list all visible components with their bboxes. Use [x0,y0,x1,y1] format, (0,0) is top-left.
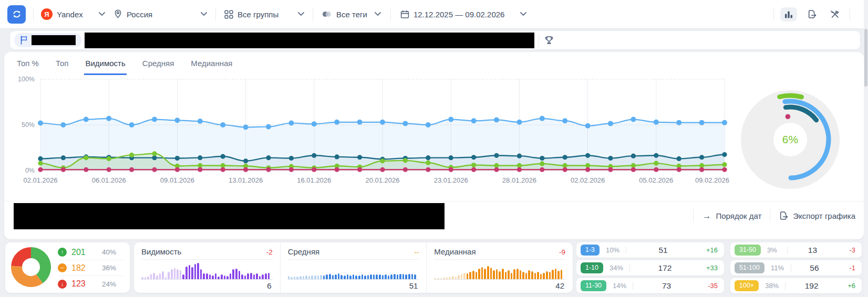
position-row-51-100[interactable]: 51-10011%56-1 [730,260,862,275]
mini-bar [288,276,290,279]
position-row-31-50[interactable]: 31-503%13-3 [730,242,862,258]
region-select[interactable]: Россия [113,9,207,19]
project-flag-pill[interactable] [14,33,81,47]
mini-bar [335,274,337,279]
mini-bar [525,273,528,279]
chevron-down-icon [298,12,304,16]
legend-row[interactable]: ↓12324% [58,276,125,292]
mini-bar [446,277,448,279]
legend-percent: 36% [102,264,116,272]
date-order-button[interactable]: → Порядок дат [702,211,761,220]
mini-bar [308,276,311,279]
position-delta: +16 [700,246,718,254]
groups-label: Все группы [237,10,278,19]
mini-bar [472,271,474,279]
mini-bar [332,275,334,279]
position-row-1-10[interactable]: 1-1034%172+33 [576,260,724,275]
competitors-button[interactable] [543,35,555,46]
mini-bar [516,269,519,279]
mini-bar [385,274,387,279]
mini-bar [296,277,298,279]
x-tick-label: 13.01.2026 [229,176,263,184]
chart-view-button[interactable] [780,7,797,22]
trophy-icon [543,35,555,46]
metric-divider [434,259,565,260]
calendar-icon [400,10,409,19]
refresh-icon [12,10,22,18]
metric-delta: -- [414,248,419,256]
mini-bar [165,277,167,279]
gauge-center-value: 6% [782,133,798,145]
groups-select[interactable]: Все группы [224,10,304,19]
mini-bar [340,275,343,279]
mini-bar [320,275,322,279]
mini-bar [338,273,340,279]
mini-bar [174,268,176,279]
position-count: 56 [791,263,838,273]
mini-bar [463,273,466,279]
x-tick-label: 23.01.2026 [434,176,468,184]
mini-bar [291,277,293,279]
position-row-1-3[interactable]: 1-310%51+16 [576,242,724,258]
mini-bar [493,270,495,279]
mini-bar [405,274,407,279]
export-file-icon [779,211,788,220]
export-report-button[interactable] [803,7,820,22]
position-row-100+[interactable]: 100+38%192+6 [730,278,862,293]
metric-baseline [434,279,565,280]
position-badge: 11-30 [581,280,606,291]
mini-bar [171,269,173,279]
date-range-select[interactable]: 12.12.2025 — 09.02.2026 [400,10,526,19]
mini-bar [443,278,445,279]
tab-топ[interactable]: Топ [55,52,69,75]
mini-bar [458,275,460,279]
position-delta: -35 [700,282,718,290]
legend-count: 182 [71,263,94,273]
metric-bars-median_bars [434,262,565,279]
mini-bar [244,275,246,279]
mini-bar [189,265,191,279]
arrow-right-icon: → [702,211,711,220]
tags-select[interactable]: Все теги [322,10,381,19]
x-tick-label: 28.01.2026 [502,176,536,184]
legend-row[interactable]: ↑20140% [58,245,125,260]
mini-bar [162,271,164,279]
date-range-label: 12.12.2025 — 09.02.2026 [414,10,504,19]
x-tick-label: 09.02.2026 [695,176,729,184]
mini-bar [150,274,152,279]
metric-title: Видимость [141,247,181,256]
metric-медианная: Медианная-942 [426,242,573,293]
tab-топ-[interactable]: Топ % [16,52,40,75]
legend-count: 123 [71,279,94,289]
refresh-button[interactable] [7,5,26,24]
mini-bar [476,272,478,279]
mini-bar [546,271,548,280]
mini-bar [394,274,396,279]
visibility-chart-card: Топ %ТопВидимостьСредняяМедианная 02.01.… [4,52,864,239]
scrollbar-thumb[interactable] [864,29,867,87]
mini-bar [540,274,542,279]
mini-bar [194,264,197,279]
metric-divider [288,259,419,260]
metric-value: 51 [288,281,419,290]
search-engine-select[interactable]: Я Yandex [41,8,105,20]
chart-footer-controls: → Порядок дат Экспорт графика [693,204,855,227]
export-chart-button[interactable]: Экспорт графика [779,211,855,220]
mini-bar [402,274,405,279]
position-badge: 51-100 [735,262,764,273]
tab-средняя[interactable]: Средняя [141,52,175,75]
export-chart-label: Экспорт графика [793,211,855,220]
mini-bar [329,274,331,279]
tab-видимость[interactable]: Видимость [84,52,126,75]
position-percent: 14% [613,282,633,290]
tab-медианная[interactable]: Медианная [190,52,233,75]
mini-bar [144,277,147,279]
metric-header: Средняя-- [288,247,419,256]
legend-row[interactable]: −18236% [58,260,125,276]
chevron-down-icon [99,12,105,16]
position-row-11-30[interactable]: 11-3014%73-35 [576,278,724,293]
tools-settings-button[interactable] [826,7,843,22]
mini-bar [490,268,492,279]
mini-bar [191,267,193,279]
chevron-down-icon [201,12,207,16]
